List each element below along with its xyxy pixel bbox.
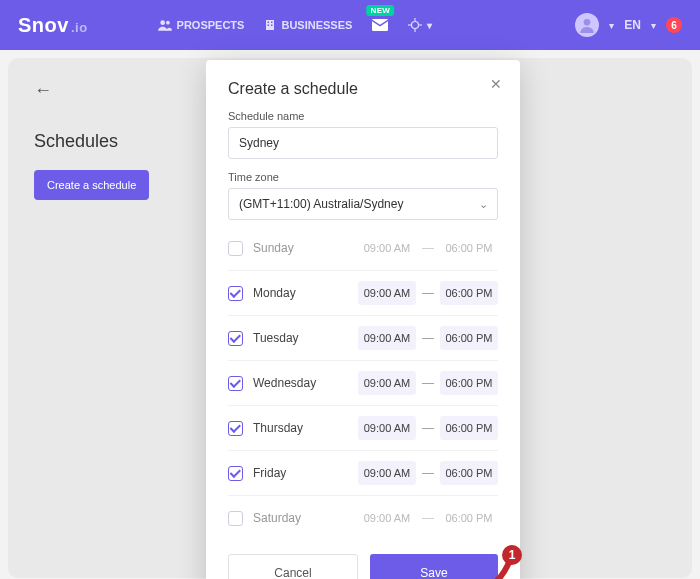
day-label: Friday [253, 466, 358, 480]
time-dash: — [422, 511, 434, 525]
time-dash: — [422, 466, 434, 480]
time-dash: — [422, 421, 434, 435]
day-label: Monday [253, 286, 358, 300]
nav-drip[interactable]: NEW [372, 19, 388, 31]
day-checkbox[interactable] [228, 286, 243, 301]
end-time-input[interactable]: 06:00 PM [440, 236, 498, 260]
day-row: Sunday09:00 AM—06:00 PM [228, 226, 498, 271]
day-row: Monday09:00 AM—06:00 PM [228, 271, 498, 316]
nav-businesses-label: BUSINESSES [281, 19, 352, 31]
days-list: Sunday09:00 AM—06:00 PMMonday09:00 AM—06… [228, 226, 498, 540]
day-label: Thursday [253, 421, 358, 435]
schedule-name-label: Schedule name [228, 110, 498, 122]
day-row: Saturday09:00 AM—06:00 PM [228, 496, 498, 540]
svg-point-0 [160, 20, 165, 25]
avatar[interactable] [575, 13, 599, 37]
page-body: ← Schedules Create a schedule Create a s… [8, 58, 692, 578]
svg-rect-4 [271, 22, 273, 24]
people-icon [158, 19, 172, 31]
schedule-name-input[interactable] [228, 127, 498, 159]
timezone-label: Time zone [228, 171, 498, 183]
save-button[interactable]: Save [370, 554, 498, 579]
modal-title: Create a schedule [228, 80, 498, 98]
svg-point-8 [412, 22, 419, 29]
nav-prospects-label: PROSPECTS [177, 19, 245, 31]
time-dash: — [422, 286, 434, 300]
start-time-input[interactable]: 09:00 AM [358, 236, 416, 260]
svg-rect-6 [271, 25, 273, 27]
day-checkbox[interactable] [228, 241, 243, 256]
day-row: Wednesday09:00 AM—06:00 PM [228, 361, 498, 406]
create-schedule-button[interactable]: Create a schedule [34, 170, 149, 200]
end-time-input[interactable]: 06:00 PM [440, 416, 498, 440]
envelope-icon [372, 19, 388, 31]
nav-target[interactable]: ▾ [408, 18, 432, 32]
svg-rect-5 [268, 25, 270, 27]
day-checkbox[interactable] [228, 466, 243, 481]
start-time-input[interactable]: 09:00 AM [358, 416, 416, 440]
svg-rect-2 [266, 20, 274, 30]
svg-rect-3 [268, 22, 270, 24]
svg-point-14 [502, 545, 522, 565]
navbar-right: ▾ EN ▾ 6 [575, 13, 682, 37]
timezone-value[interactable] [228, 188, 498, 220]
day-checkbox[interactable] [228, 421, 243, 436]
day-row: Tuesday09:00 AM—06:00 PM [228, 316, 498, 361]
lang-caret-icon[interactable]: ▾ [651, 20, 656, 31]
close-icon[interactable]: ✕ [490, 76, 502, 92]
end-time-input[interactable]: 06:00 PM [440, 281, 498, 305]
new-badge: NEW [367, 5, 395, 16]
time-dash: — [422, 241, 434, 255]
target-icon [408, 18, 422, 32]
annotation-number: 1 [509, 548, 516, 562]
time-dash: — [422, 331, 434, 345]
day-label: Saturday [253, 511, 358, 525]
cancel-button[interactable]: Cancel [228, 554, 358, 579]
notification-badge[interactable]: 6 [666, 17, 682, 33]
day-checkbox[interactable] [228, 376, 243, 391]
end-time-input[interactable]: 06:00 PM [440, 371, 498, 395]
timezone-select[interactable]: ⌄ [228, 188, 498, 220]
day-checkbox[interactable] [228, 511, 243, 526]
modal-actions: Cancel Save [228, 554, 498, 579]
day-row: Thursday09:00 AM—06:00 PM [228, 406, 498, 451]
svg-point-13 [584, 19, 591, 26]
start-time-input[interactable]: 09:00 AM [358, 461, 416, 485]
building-icon [264, 19, 276, 31]
start-time-input[interactable]: 09:00 AM [358, 326, 416, 350]
day-label: Sunday [253, 241, 358, 255]
language-selector[interactable]: EN [624, 18, 641, 32]
end-time-input[interactable]: 06:00 PM [440, 506, 498, 530]
chevron-down-icon: ▾ [427, 20, 432, 31]
nav-businesses[interactable]: BUSINESSES [264, 19, 352, 31]
brand-logo[interactable]: Snov.io [18, 14, 88, 37]
avatar-caret-icon[interactable]: ▾ [609, 20, 614, 31]
brand-suffix: .io [71, 20, 88, 35]
time-dash: — [422, 376, 434, 390]
svg-point-1 [166, 21, 170, 25]
day-label: Tuesday [253, 331, 358, 345]
create-schedule-modal: Create a schedule ✕ Schedule name Time z… [206, 60, 520, 579]
end-time-input[interactable]: 06:00 PM [440, 326, 498, 350]
start-time-input[interactable]: 09:00 AM [358, 506, 416, 530]
day-row: Friday09:00 AM—06:00 PM [228, 451, 498, 496]
brand-name: Snov [18, 14, 69, 37]
main-nav: PROSPECTS BUSINESSES NEW ▾ [158, 18, 433, 32]
start-time-input[interactable]: 09:00 AM [358, 281, 416, 305]
start-time-input[interactable]: 09:00 AM [358, 371, 416, 395]
top-navbar: Snov.io PROSPECTS BUSINESSES NEW ▾ [0, 0, 700, 50]
day-checkbox[interactable] [228, 331, 243, 346]
end-time-input[interactable]: 06:00 PM [440, 461, 498, 485]
nav-prospects[interactable]: PROSPECTS [158, 19, 245, 31]
day-label: Wednesday [253, 376, 358, 390]
